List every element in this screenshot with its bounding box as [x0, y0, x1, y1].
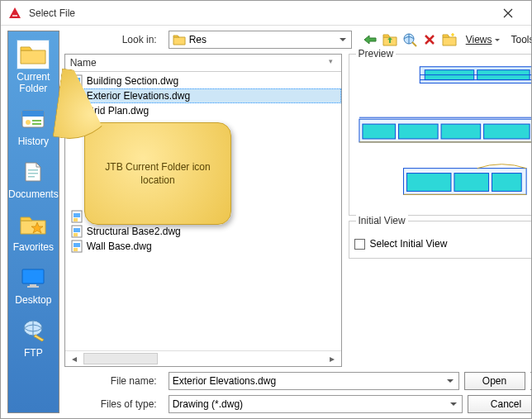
new-folder-icon[interactable] — [441, 31, 458, 48]
svg-rect-29 — [74, 243, 80, 247]
sidebar-item-documents[interactable]: Documents — [8, 154, 59, 203]
dwg-icon — [70, 210, 83, 223]
preview-group: Preview — [349, 54, 532, 216]
preview-label: Preview — [356, 48, 397, 60]
open-button[interactable]: Open — [464, 372, 525, 390]
file-item[interactable]: Exterior Elevations.dwg — [65, 88, 341, 103]
scroll-track[interactable] — [83, 353, 158, 364]
svg-rect-40 — [483, 124, 530, 139]
close-button[interactable] — [492, 2, 525, 25]
ftp-icon — [17, 316, 50, 345]
svg-rect-30 — [74, 248, 78, 251]
back-arrow-icon[interactable] — [362, 31, 378, 48]
svg-rect-5 — [28, 169, 38, 171]
sidebar-item-ftp[interactable]: FTP — [8, 312, 59, 362]
sidebar-item-label: Documents — [8, 188, 59, 200]
up-folder-icon[interactable] — [382, 31, 398, 48]
desktop-icon — [17, 263, 50, 293]
scroll-right-icon[interactable]: ▸ — [326, 353, 338, 364]
lookin-row: Look in: Res Views Tools — [64, 31, 532, 49]
sidebar-item-history[interactable]: History — [8, 101, 59, 150]
svg-rect-4 — [32, 123, 41, 125]
places-sidebar: Current Folder History Documents Favorit… — [7, 31, 59, 413]
file-name: Wall Base.dwg — [87, 240, 152, 252]
svg-rect-26 — [74, 228, 80, 232]
folder-icon — [17, 40, 50, 69]
file-name: Structural Base2.dwg — [87, 226, 181, 237]
file-item[interactable]: Wall Base.dwg — [65, 239, 341, 254]
svg-rect-45 — [454, 174, 488, 192]
window-title: Select File — [29, 7, 492, 19]
lookin-label: Look in: — [64, 34, 164, 45]
tools-menu[interactable]: Tools — [508, 34, 533, 45]
history-icon — [17, 104, 50, 134]
file-item[interactable]: Grid Plan.dwg — [65, 103, 341, 118]
lookin-value: Res — [189, 34, 207, 45]
cancel-button[interactable]: Cancel — [468, 395, 532, 413]
svg-rect-6 — [28, 173, 38, 174]
svg-rect-3 — [32, 120, 41, 121]
sidebar-item-label: Favorites — [8, 241, 59, 253]
filename-label: File name: — [64, 375, 164, 387]
file-name: Exterior Elevations.dwg — [87, 90, 190, 102]
annotation-callout: JTB Current Folder icon location — [84, 122, 231, 225]
filetype-value: Drawing (*.dwg) — [173, 398, 243, 410]
svg-rect-7 — [28, 176, 35, 178]
titlebar: Select File — [1, 1, 531, 26]
delete-x-icon[interactable] — [421, 31, 438, 48]
column-header-name[interactable]: Name — [65, 55, 341, 72]
scroll-left-icon[interactable]: ◂ — [69, 353, 80, 364]
svg-rect-46 — [492, 174, 521, 192]
svg-rect-37 — [362, 124, 395, 139]
sidebar-item-label: Desktop — [8, 294, 59, 306]
dwg-icon — [70, 225, 83, 238]
select-initial-view-checkbox[interactable] — [354, 239, 365, 250]
filetype-label: Files of type: — [64, 398, 164, 410]
svg-rect-44 — [406, 174, 451, 192]
file-name: Building Section.dwg — [87, 75, 178, 87]
documents-icon — [17, 157, 50, 187]
horizontal-scrollbar[interactable]: ◂ ▸ — [65, 350, 341, 366]
dwg-icon — [70, 240, 83, 253]
initial-view-group: Initial View Select Initial View — [349, 221, 532, 259]
file-item[interactable]: Building Section.dwg — [65, 74, 341, 88]
svg-rect-23 — [74, 213, 80, 217]
search-globe-icon[interactable] — [401, 31, 418, 48]
svg-point-2 — [26, 120, 31, 125]
svg-rect-27 — [74, 233, 78, 236]
svg-rect-9 — [30, 284, 36, 286]
sidebar-item-current-folder[interactable]: Current Folder — [8, 36, 59, 98]
sidebar-item-label: History — [8, 136, 59, 147]
sidebar-item-desktop[interactable]: Desktop — [8, 259, 59, 309]
sidebar-item-label: FTP — [8, 347, 59, 359]
svg-rect-10 — [27, 286, 39, 288]
initial-view-label: Initial View — [356, 215, 408, 226]
lookin-combo[interactable]: Res — [169, 31, 352, 49]
svg-rect-1 — [22, 111, 44, 117]
app-icon — [7, 6, 22, 21]
sidebar-item-favorites[interactable]: Favorites — [8, 207, 59, 256]
svg-rect-8 — [22, 269, 44, 283]
callout-text: JTB Current Folder icon location — [97, 160, 219, 187]
favorites-icon — [17, 210, 50, 240]
filename-value: Exterior Elevations.dwg — [173, 375, 276, 387]
svg-rect-24 — [74, 218, 78, 221]
svg-rect-39 — [441, 124, 481, 139]
select-initial-view-label: Select Initial View — [370, 238, 448, 250]
preview-canvas — [354, 61, 532, 210]
sidebar-item-label: Current Folder — [8, 71, 59, 94]
filetype-combo[interactable]: Drawing (*.dwg) — [169, 395, 463, 413]
svg-rect-38 — [398, 124, 438, 139]
views-menu[interactable]: Views — [463, 34, 503, 45]
filename-combo[interactable]: Exterior Elevations.dwg — [169, 372, 459, 390]
file-item[interactable]: Structural Base2.dwg — [65, 224, 341, 239]
